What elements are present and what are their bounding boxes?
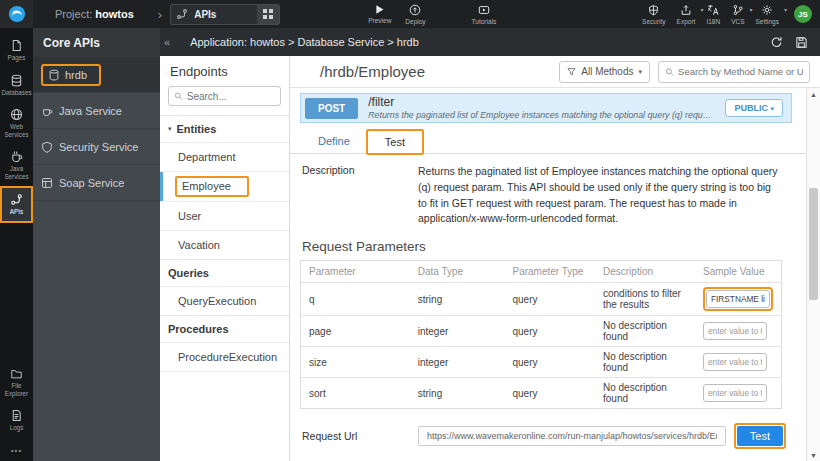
sample-value-input-sort[interactable] bbox=[703, 384, 767, 402]
settings-button[interactable]: Settings ▾ bbox=[756, 4, 780, 25]
param-cell-data_type: integer bbox=[410, 316, 505, 347]
security-button[interactable]: Security bbox=[642, 4, 665, 25]
preview-button[interactable]: Preview bbox=[368, 4, 391, 25]
content: /hrdb/Employee All Methods ▾ bbox=[290, 56, 820, 461]
sample-value-highlight-box bbox=[703, 287, 773, 311]
scroll-down-icon[interactable]: ▼ bbox=[807, 449, 820, 461]
left-rail: Pages Databases Web Services Java Servic… bbox=[0, 28, 33, 461]
api-card-post-filter[interactable]: POST /filter Returns the paginated list … bbox=[300, 93, 792, 123]
database-icon bbox=[48, 69, 60, 81]
vcs-button[interactable]: VCS ▾ bbox=[731, 4, 744, 25]
chevron-down-icon: ▾ bbox=[168, 125, 172, 133]
grid-view-icon[interactable] bbox=[257, 5, 279, 24]
more-options-icon[interactable]: ••• bbox=[0, 438, 33, 461]
endpoint-item-vacation[interactable]: Vacation bbox=[160, 230, 289, 259]
request-url-input[interactable] bbox=[418, 426, 726, 446]
sidebar-item-logs[interactable]: Logs bbox=[0, 403, 33, 438]
topbar-actions-right: Security Export ▾ I18N VCS ▾ Set bbox=[642, 4, 820, 25]
coffee-icon bbox=[10, 150, 23, 163]
content-header: /hrdb/Employee All Methods ▾ bbox=[290, 56, 820, 88]
tab-test[interactable]: Test bbox=[366, 129, 424, 155]
param-cell-description: No description found bbox=[595, 378, 695, 409]
endpoints-panel: Endpoints ▾ Entities Department Employee… bbox=[160, 56, 290, 461]
log-file-icon bbox=[10, 409, 23, 422]
endpoints-group-entities[interactable]: ▾ Entities bbox=[160, 115, 289, 142]
sidebar-item-web-services[interactable]: Web Services bbox=[0, 102, 33, 144]
endpoints-group-procedures[interactable]: Procedures bbox=[160, 315, 289, 342]
endpoints-group-queries[interactable]: Queries bbox=[160, 259, 289, 286]
request-url-label: Request Url bbox=[290, 430, 418, 442]
param-cell-description: No description found bbox=[595, 316, 695, 347]
deploy-icon bbox=[409, 4, 421, 16]
chevron-right-icon: › bbox=[158, 7, 162, 22]
content-scrollbar-thumb[interactable] bbox=[809, 188, 818, 300]
core-api-item-java-service[interactable]: Java Service bbox=[33, 93, 160, 129]
sidebar-item-databases[interactable]: Databases bbox=[0, 68, 33, 103]
coffee-icon bbox=[41, 105, 53, 117]
visibility-dropdown[interactable]: PUBLIC ▾ bbox=[725, 99, 783, 117]
test-panel: POST /filter Returns the paginated list … bbox=[290, 88, 806, 461]
methods-filter-dropdown[interactable]: All Methods ▾ bbox=[559, 61, 650, 83]
search-icon bbox=[174, 91, 183, 101]
sample-value-wrap bbox=[703, 322, 767, 340]
param-cell-parameter_type: query bbox=[504, 316, 595, 347]
sample-value-input-q[interactable] bbox=[706, 290, 770, 308]
content-scrollbar[interactable]: ▲ ▼ bbox=[806, 88, 820, 461]
endpoint-item-employee[interactable]: Employee bbox=[160, 171, 289, 201]
chevron-down-icon: ▾ bbox=[749, 6, 752, 13]
request-url-row: Request Url Test bbox=[290, 423, 806, 449]
request-parameters-table: Parameter Data Type Parameter Type Descr… bbox=[300, 260, 782, 409]
param-cell-parameter: q bbox=[301, 283, 410, 316]
method-search-input[interactable] bbox=[678, 66, 803, 77]
deploy-button[interactable]: Deploy bbox=[405, 4, 425, 25]
selected-indicator-bar bbox=[160, 172, 163, 201]
sidebar-item-java-services[interactable]: Java Services bbox=[0, 144, 33, 186]
param-cell-data_type: string bbox=[410, 283, 505, 316]
save-icon[interactable] bbox=[795, 36, 808, 49]
page-icon bbox=[10, 39, 23, 52]
tab-apis-label: APIs bbox=[194, 9, 257, 20]
endpoint-item-queryexecution[interactable]: QueryExecution bbox=[160, 286, 289, 315]
core-api-item-soap-service[interactable]: Soap Service bbox=[33, 165, 160, 201]
sample-value-wrap bbox=[703, 353, 767, 371]
page-title: /hrdb/Employee bbox=[320, 63, 425, 80]
selected-highlight-box: hrdb bbox=[41, 64, 101, 86]
description-label: Description bbox=[290, 164, 418, 227]
topbar-actions-left: Preview Deploy bbox=[368, 4, 425, 25]
sample-value-input-size[interactable] bbox=[703, 353, 767, 371]
tab-define[interactable]: Define bbox=[302, 129, 366, 153]
core-api-item-security-service[interactable]: Security Service bbox=[33, 129, 160, 165]
endpoint-item-procedureexecution[interactable]: ProcedureExecution bbox=[160, 342, 289, 372]
shield-icon bbox=[648, 4, 659, 16]
collapse-panel-icon[interactable]: « bbox=[160, 36, 176, 48]
test-button[interactable]: Test bbox=[737, 426, 783, 446]
sidebar-item-file-explorer[interactable]: File Explorer bbox=[0, 362, 33, 403]
column-header: Parameter Type bbox=[504, 261, 595, 283]
scroll-up-icon[interactable]: ▲ bbox=[807, 88, 820, 100]
param-cell-description: No description found bbox=[595, 347, 695, 378]
api-path: /filter bbox=[368, 96, 715, 110]
param-cell-parameter_type: query bbox=[504, 378, 595, 409]
core-api-item-hrdb[interactable]: hrdb bbox=[33, 57, 160, 93]
refresh-icon[interactable] bbox=[770, 36, 783, 49]
endpoint-item-user[interactable]: User bbox=[160, 201, 289, 230]
table-header-row: Parameter Data Type Parameter Type Descr… bbox=[301, 261, 782, 283]
endpoint-item-department[interactable]: Department bbox=[160, 142, 289, 171]
param-cell-data_type: integer bbox=[410, 347, 505, 378]
wavemaker-logo[interactable] bbox=[0, 0, 33, 28]
param-cell-data_type: string bbox=[410, 378, 505, 409]
endpoints-search-input[interactable] bbox=[187, 91, 275, 102]
user-avatar[interactable]: JS bbox=[794, 5, 812, 23]
sidebar-item-pages[interactable]: Pages bbox=[0, 33, 33, 68]
param-cell-parameter: size bbox=[301, 347, 410, 378]
param-cell-parameter_type: query bbox=[504, 283, 595, 316]
sidebar-item-apis[interactable]: APIs bbox=[0, 186, 33, 223]
endpoints-search[interactable] bbox=[168, 86, 281, 106]
tutorials-button[interactable]: Tutorials bbox=[472, 4, 497, 25]
filter-icon bbox=[567, 67, 576, 76]
i18n-button[interactable]: I18N bbox=[706, 4, 720, 25]
sample-value-input-page[interactable] bbox=[703, 322, 767, 340]
tab-apis[interactable]: APIs bbox=[170, 4, 280, 25]
export-button[interactable]: Export ▾ bbox=[677, 4, 696, 25]
method-search[interactable] bbox=[658, 61, 810, 83]
